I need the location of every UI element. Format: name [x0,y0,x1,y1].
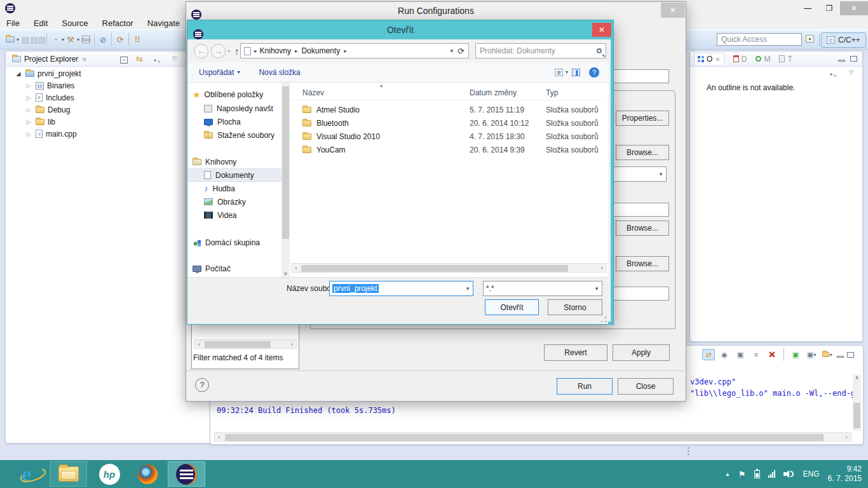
taskbar-clock[interactable]: 9:42 6. 7. 2015 [828,464,862,484]
up-icon[interactable]: ↑ [234,46,240,57]
new-folder-button[interactable]: Nová složka [259,68,300,77]
scroll-down-icon[interactable]: ∨ [281,271,290,276]
organize-menu[interactable]: Uspořádat ▾ [199,68,240,77]
menu-source[interactable]: Source [62,18,88,28]
column-header-name[interactable]: Název [302,88,324,97]
browse-button-2[interactable]: Browse... [616,220,669,236]
sidebar-item-music[interactable]: ♪ Hudba [204,182,235,195]
link-with-editor-icon[interactable]: ⇆ [136,54,143,64]
display-console-icon[interactable]: ▣ [789,349,802,360]
scrollbar-thumb[interactable] [282,86,289,239]
minimize-button[interactable]: — [797,1,818,15]
clear-console-icon[interactable]: 🗙 [766,349,778,360]
tree-item-binaries[interactable]: ▷ 10 Binaries [25,79,74,92]
scroll-left-icon[interactable]: ‹ [194,341,203,348]
view-menu-dots-icon[interactable] [153,57,161,65]
maximize-view-icon[interactable] [850,56,857,62]
taskbar-item-firefox[interactable] [132,461,163,487]
menu-refactor[interactable]: Refactor [102,18,133,28]
dialog-close-button[interactable]: ✕ [592,23,611,37]
tab-outline[interactable]: O ✕ [694,53,724,65]
help-icon[interactable]: ? [195,378,209,392]
menu-edit[interactable]: Edit [34,18,48,28]
cancel-button[interactable]: Storno [548,299,602,315]
search-box[interactable]: Prohledat: Dokumenty [475,43,606,58]
view-menu-icon[interactable]: ▽ [849,69,853,76]
open-perspective-icon[interactable]: ✦ [806,34,814,43]
address-bar[interactable]: ▸ Knihovny ▸ Dokumenty ▸ ▾ ⟳ [240,43,469,58]
properties-button[interactable]: Properties... [616,111,669,126]
sidebar-item-downloads[interactable]: ↓ Stažené soubory [204,128,275,142]
run-button[interactable]: Run [557,378,613,395]
expander-open-icon[interactable]: ◢ [15,71,22,77]
show-hidden-icons[interactable]: ▲ [725,471,730,477]
browse-button-1[interactable]: Browse... [616,145,669,160]
resize-grip[interactable] [600,316,607,323]
close-button[interactable]: ✕ [840,1,868,15]
scroll-up-icon[interactable]: ∧ [853,375,861,381]
breadcrumb-libraries[interactable]: Knihovny [260,46,291,55]
link-console-icon[interactable]: ⇄ [702,349,715,360]
open-button[interactable]: Otevřít [485,299,539,315]
tab-documentation[interactable]: D [733,55,747,64]
scroll-left-icon[interactable]: ‹ [292,265,301,271]
taskbar-item-file-explorer[interactable] [50,461,87,487]
history-dropdown-icon[interactable]: ▾ [227,48,230,54]
tree-item-main-cpp[interactable]: ▷ .c main.cpp [25,128,77,140]
open-console-icon[interactable]: ▣▾ [805,349,818,360]
browse-button-3[interactable]: Browse... [616,256,669,271]
sidebar-item-homegroup[interactable]: Domácí skupina [193,236,260,249]
collapse-all-icon[interactable]: − [120,55,128,64]
scroll-lock-icon[interactable]: ▣ [734,349,747,360]
console-horizontal-scrollbar[interactable]: ‹ › [214,432,851,442]
quick-access-input[interactable]: Quick Access [717,33,802,46]
minimize-view-icon[interactable] [837,356,844,358]
maximize-view-icon[interactable] [847,352,854,358]
sidebar-item-libraries[interactable]: Knihovny [193,155,236,168]
menu-file[interactable]: File [6,18,20,28]
view-menu-icon[interactable]: ▽ [172,55,177,62]
close-dialog-button[interactable]: Close [618,378,674,395]
dialog-close-button[interactable]: ✕ [661,3,685,18]
sidebar-item-documents[interactable]: Dokumenty [187,168,281,182]
sidebar-item-recent[interactable]: Naposledy navšt [204,102,280,115]
file-row-atmel-studio[interactable]: Atmel Studio 5. 7. 2015 11:19 Složka sou… [290,103,601,116]
new-wizard-icon[interactable] [4,32,17,46]
sidebar-scrollbar[interactable]: ∨ [281,83,290,277]
menu-navigate[interactable]: Navigate [147,18,180,28]
expander-icon[interactable]: ▷ [25,95,32,101]
column-header-type[interactable]: Typ [546,88,558,97]
file-row-visual-studio-2010[interactable]: Visual Studio 2010 4. 7. 2015 18:30 Slož… [290,130,601,143]
expander-icon[interactable]: ▷ [25,107,32,113]
help-icon[interactable]: ? [589,67,599,78]
tree-horizontal-scrollbar[interactable]: ‹ › [194,339,297,349]
word-wrap-icon[interactable]: ≡ [750,349,763,360]
tree-item-debug[interactable]: ▷ Debug [25,104,70,116]
expander-icon[interactable]: ▷ [25,131,32,137]
expander-icon[interactable]: ▷ [25,83,32,89]
speaker-icon[interactable] [783,470,795,478]
build-all-icon[interactable]: ⠿ [131,32,144,46]
perspective-cpp-button[interactable]: C C/C++ [821,32,866,48]
refresh-icon[interactable]: ⟳ [453,46,468,56]
filetype-combo[interactable]: *.* ▾ [483,281,602,296]
scroll-left-icon[interactable]: ‹ [215,434,224,440]
skip-breakpoints-icon[interactable]: ⊘ [97,32,109,46]
back-icon[interactable]: ← [194,44,208,58]
tab-templates[interactable]: T [779,55,792,64]
column-header-date[interactable]: Datum změny [470,88,517,97]
minimize-view-icon[interactable] [838,60,845,62]
scrollbar-thumb[interactable] [205,341,271,348]
battery-icon[interactable] [754,470,760,478]
tree-item-includes[interactable]: ▷ h Includes [25,92,74,104]
build-icon[interactable]: ⚒ [64,32,77,46]
debug-icon[interactable]: ◔ [49,32,62,46]
preview-pane-icon[interactable]: ▐ [572,69,580,76]
tree-item-lib[interactable]: ▷ lib [25,116,55,128]
apply-button[interactable]: Apply [613,344,670,361]
sidebar-item-favorites[interactable]: ★ Oblíbené položky [193,88,263,101]
scrollbar-thumb[interactable] [853,403,860,428]
binary-icon[interactable]: 010 [79,32,92,46]
sidebar-item-pictures[interactable]: Obrázky [204,195,246,208]
filename-combo[interactable]: prvni_projekt ▾ [329,281,473,296]
